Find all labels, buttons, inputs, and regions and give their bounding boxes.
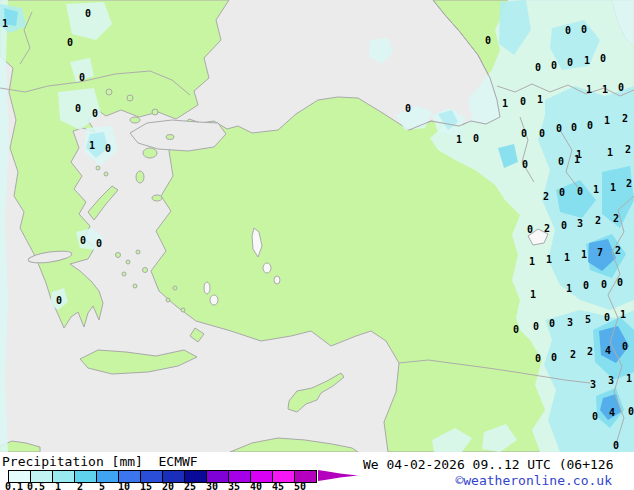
island-sporades-2 xyxy=(104,172,108,176)
island-limnos xyxy=(130,117,140,123)
lake-beysehir xyxy=(210,295,218,305)
legend-tick-label: 50 xyxy=(294,482,306,490)
legend-tick-label: 10 xyxy=(118,482,130,490)
lake-small xyxy=(274,276,280,284)
island-cyclades-3 xyxy=(136,250,140,254)
valid-datetime: We 04-02-2026 09..12 UTC (06+126 xyxy=(363,457,613,472)
weather-map-page: 1000001000000100000010110101000001211200… xyxy=(0,0,634,490)
island-marmara xyxy=(166,135,174,140)
legend-labels: 0.10.5125101520253035404550 xyxy=(8,482,328,490)
island-sporades-1 xyxy=(96,166,100,170)
island-cyclades-4 xyxy=(122,272,126,276)
legend-tick-label: 0.1 xyxy=(5,482,23,490)
legend-tick-label: 30 xyxy=(206,482,218,490)
island-cyclades-1 xyxy=(116,253,121,258)
legend-tick-label: 40 xyxy=(250,482,262,490)
legend-arrow-icon xyxy=(318,469,360,482)
legend-tick-label: 15 xyxy=(140,482,152,490)
legend-tick-label: 2 xyxy=(77,482,83,490)
lake-aksehir xyxy=(263,263,271,273)
weather-map: 1000001000000100000010110101000001211200… xyxy=(0,0,634,452)
legend-tick-label: 0.5 xyxy=(27,482,45,490)
island-samothrace xyxy=(127,95,133,101)
island-lesbos xyxy=(143,148,157,158)
legend-bar: Precipitation [mm] ECMWF 0.10.5125101520… xyxy=(0,452,634,490)
island-thasos xyxy=(106,89,112,95)
legend-tick-label: 20 xyxy=(162,482,174,490)
legend-title: Precipitation [mm] ECMWF xyxy=(2,454,198,469)
island-dodecanese-2 xyxy=(173,286,177,290)
island-chios xyxy=(136,171,144,183)
island-cyclades-2 xyxy=(126,260,130,264)
island-dodecanese-3 xyxy=(181,308,185,312)
island-samos xyxy=(152,195,162,201)
map-svg xyxy=(0,0,634,452)
legend-tick-label: 35 xyxy=(228,482,240,490)
island-cyclades-5 xyxy=(143,268,148,273)
copyright-link[interactable]: ©weatheronline.co.uk xyxy=(455,473,612,488)
island-cyclades-6 xyxy=(133,284,137,288)
legend-tick-label: 45 xyxy=(272,482,284,490)
legend-tick-label: 1 xyxy=(55,482,61,490)
island-imbros xyxy=(152,109,158,115)
island-dodecanese-1 xyxy=(166,298,170,302)
lake-egirdir xyxy=(204,282,210,294)
legend-tick-label: 5 xyxy=(99,482,105,490)
legend-tick-label: 25 xyxy=(184,482,196,490)
